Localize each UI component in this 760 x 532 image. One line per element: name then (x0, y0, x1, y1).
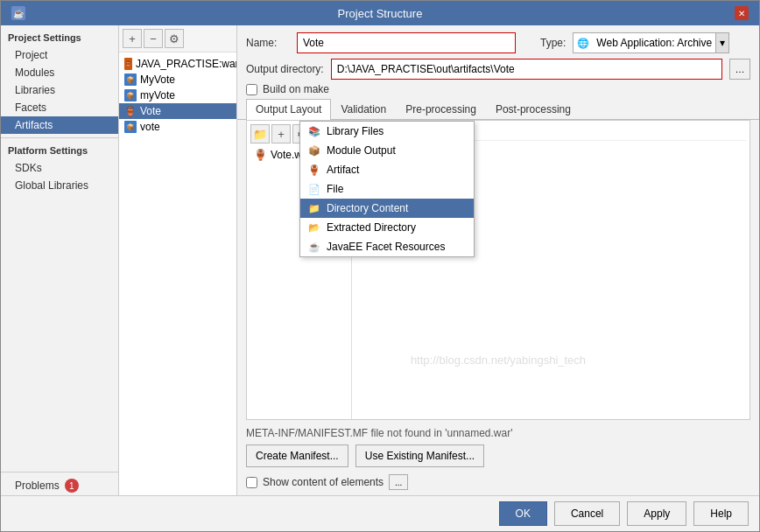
module-icon2: 📦 (124, 89, 137, 102)
cancel-button[interactable]: Cancel (554, 501, 620, 526)
context-menu-artifact[interactable]: 🏺 Artifact (300, 160, 474, 179)
sidebar-item-global-libraries[interactable]: Global Libraries (1, 177, 118, 194)
dialog-body: Project Settings Project Modules Librari… (1, 25, 759, 495)
javaee-facet-icon: ☕ (307, 242, 321, 253)
type-value: Web Application: Archive (593, 37, 715, 49)
build-on-make-checkbox[interactable] (246, 84, 257, 95)
tab-output-layout[interactable]: Output Layout (246, 99, 331, 120)
module-icon3: 📦 (124, 121, 137, 133)
app-icon: ☕ (11, 6, 25, 20)
tree-item-vote2[interactable]: 📦 vote (119, 119, 236, 135)
directory-content-icon: 📁 (307, 203, 321, 214)
manifest-area: META-INF/MANIFEST.MF file not found in '… (237, 424, 759, 471)
main-panel: Name: Type: 🌐 Web Application: Archive ▾… (237, 25, 759, 495)
close-button[interactable]: ✕ (735, 6, 749, 20)
config-artifact-button[interactable]: ⚙ (165, 29, 184, 48)
output-tree-btn2[interactable]: + (271, 124, 291, 144)
context-menu-library-files[interactable]: 📚 Library Files (300, 122, 474, 141)
context-menu-javaee-facet[interactable]: ☕ JavaEE Facet Resources (300, 237, 474, 256)
manifest-buttons: Create Manifest... Use Existing Manifest… (246, 444, 750, 467)
platform-settings-header: Platform Settings (1, 142, 118, 159)
sidebar-divider-bottom (1, 472, 118, 472)
show-content-checkbox[interactable] (246, 477, 257, 488)
content-area: 📁 + ⚙ 🏺 Vote.war 📚 Library Files (246, 120, 750, 420)
type-select-arrow[interactable]: ▾ (715, 33, 728, 52)
sidebar-item-project[interactable]: Project (1, 46, 118, 64)
output-dir-input[interactable] (331, 59, 722, 80)
file-tree-panel: + − ⚙ 🏺 JAVA_PRACTISE:war.ex 📦 MyVote 📦 … (119, 25, 237, 495)
title-bar: ☕ Project Structure ✕ (1, 1, 759, 25)
show-content-row: Show content of elements ... (237, 471, 759, 495)
type-icon: 🌐 (574, 38, 593, 49)
title-bar-left: ☕ (11, 6, 25, 20)
project-structure-dialog: ☕ Project Structure ✕ Project Settings P… (0, 0, 760, 532)
module-icon: 📦 (124, 74, 137, 86)
dialog-footer: OK Cancel Apply Help (1, 495, 759, 531)
name-row: Name: Type: 🌐 Web Application: Archive ▾ (246, 32, 750, 53)
tree-item-myvote2[interactable]: 📦 myVote (119, 88, 236, 103)
war-icon2: 🏺 (124, 106, 137, 117)
type-select[interactable]: 🌐 Web Application: Archive ▾ (573, 32, 729, 53)
war-icon: 🏺 (124, 58, 132, 70)
tree-item-vote[interactable]: 🏺 Vote (119, 103, 236, 119)
help-button[interactable]: Help (693, 501, 749, 526)
name-label: Name: (246, 37, 290, 49)
tree-item-myvote[interactable]: 📦 MyVote (119, 72, 236, 88)
output-dir-label: Output directory: (246, 63, 324, 75)
sidebar-item-facets[interactable]: Facets (1, 99, 118, 116)
build-on-make-label: Build on make (263, 83, 329, 95)
extracted-directory-icon: 📂 (307, 222, 321, 234)
tree-item-java-practise-war[interactable]: 🏺 JAVA_PRACTISE:war.ex (119, 56, 236, 72)
top-fields: Name: Type: 🌐 Web Application: Archive ▾… (237, 25, 759, 83)
browse-button[interactable]: … (729, 59, 750, 80)
tab-validation[interactable]: Validation (331, 99, 396, 119)
type-label: Type: (540, 37, 566, 49)
create-manifest-button[interactable]: Create Manifest... (246, 444, 348, 467)
dialog-title: Project Structure (25, 7, 735, 20)
build-on-make-row: Build on make (237, 83, 759, 99)
context-menu-file[interactable]: 📄 File (300, 179, 474, 199)
context-menu: 📚 Library Files 📦 Module Output 🏺 Artifa… (299, 121, 475, 257)
sidebar: Project Settings Project Modules Librari… (1, 25, 119, 495)
war-icon-output: 🏺 (254, 149, 267, 161)
remove-artifact-button[interactable]: − (144, 29, 163, 48)
context-menu-directory-content[interactable]: 📁 Directory Content (300, 199, 474, 218)
file-tree-toolbar: + − ⚙ (119, 25, 236, 52)
project-settings-header: Project Settings (1, 29, 118, 46)
sidebar-divider (1, 137, 118, 138)
ok-button[interactable]: OK (499, 501, 547, 526)
context-menu-module-output[interactable]: 📦 Module Output (300, 141, 474, 160)
add-artifact-button[interactable]: + (123, 29, 142, 48)
show-content-label: Show content of elements (263, 476, 384, 488)
use-existing-manifest-button[interactable]: Use Existing Manifest... (355, 444, 484, 467)
file-icon: 📄 (307, 184, 321, 195)
name-input[interactable] (297, 32, 516, 53)
show-content-dots-button[interactable]: ... (389, 474, 408, 490)
tab-pre-processing[interactable]: Pre-processing (396, 99, 486, 119)
module-output-icon: 📦 (307, 145, 321, 157)
library-files-icon: 📚 (307, 126, 321, 137)
manifest-warning: META-INF/MANIFEST.MF file not found in '… (246, 427, 750, 439)
sidebar-item-artifacts[interactable]: Artifacts (1, 116, 118, 134)
tab-post-processing[interactable]: Post-processing (486, 99, 581, 119)
tabs-bar: Output Layout Validation Pre-processing … (237, 99, 759, 120)
output-dir-row: Output directory: … (246, 59, 750, 80)
artifact-icon: 🏺 (307, 164, 321, 176)
sidebar-item-sdks[interactable]: SDKs (1, 159, 118, 177)
sidebar-item-modules[interactable]: Modules (1, 64, 118, 81)
sidebar-item-problems[interactable]: Problems 1 (1, 476, 118, 495)
apply-button[interactable]: Apply (627, 501, 686, 526)
context-menu-extracted-directory[interactable]: 📂 Extracted Directory (300, 218, 474, 237)
artifact-tree: 🏺 JAVA_PRACTISE:war.ex 📦 MyVote 📦 myVote… (119, 52, 236, 495)
output-tree-btn1[interactable]: 📁 (250, 124, 270, 144)
problems-badge: 1 (65, 479, 79, 493)
sidebar-item-libraries[interactable]: Libraries (1, 81, 118, 99)
